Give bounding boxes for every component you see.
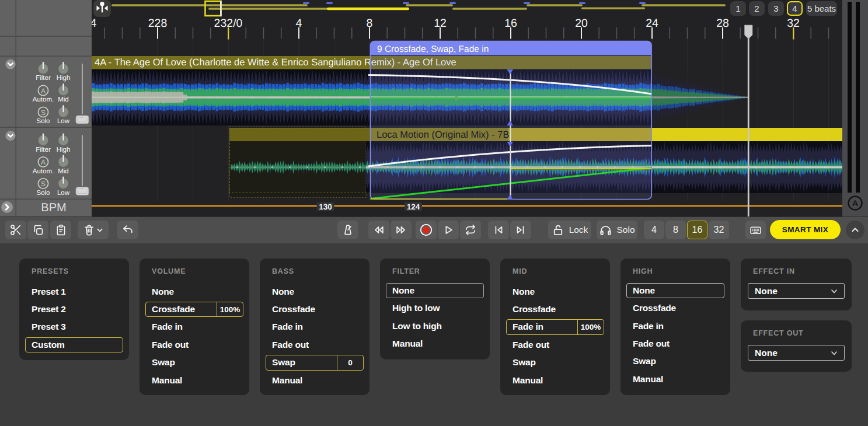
svg-text:High: High: [57, 75, 71, 82]
svg-text:BPM: BPM: [41, 201, 66, 214]
svg-text:124: 124: [407, 202, 420, 211]
svg-text:9 Crossfade, Swap, Fade in: 9 Crossfade, Swap, Fade in: [377, 44, 489, 54]
svg-text:A: A: [41, 158, 46, 166]
svg-text:8: 8: [367, 17, 373, 30]
svg-text:Autom.: Autom.: [33, 168, 54, 175]
svg-text:4: 4: [296, 17, 302, 30]
svg-text:224: 224: [92, 17, 96, 30]
svg-text:A: A: [852, 198, 858, 208]
svg-text:Autom.: Autom.: [33, 96, 54, 103]
svg-text:S: S: [41, 109, 46, 117]
svg-text:12: 12: [434, 17, 447, 30]
svg-text:Low: Low: [57, 118, 70, 125]
svg-text:16: 16: [504, 17, 517, 30]
svg-text:Low: Low: [57, 190, 70, 197]
svg-text:Mid: Mid: [58, 168, 69, 175]
svg-text:Filter: Filter: [36, 75, 51, 82]
svg-text:130: 130: [319, 202, 332, 211]
svg-text:24: 24: [646, 17, 658, 30]
svg-text:Mid: Mid: [58, 96, 69, 103]
svg-text:20: 20: [575, 17, 588, 30]
svg-text:28: 28: [716, 17, 729, 30]
svg-text:228: 228: [148, 17, 168, 30]
svg-text:Solo: Solo: [36, 118, 50, 125]
svg-text:Solo: Solo: [36, 190, 50, 197]
svg-text:High: High: [57, 146, 71, 153]
svg-text:32: 32: [787, 17, 800, 30]
svg-text:S: S: [41, 180, 46, 188]
svg-text:Filter: Filter: [36, 146, 51, 153]
svg-text:232/0: 232/0: [214, 17, 243, 30]
svg-text:A: A: [41, 87, 46, 95]
